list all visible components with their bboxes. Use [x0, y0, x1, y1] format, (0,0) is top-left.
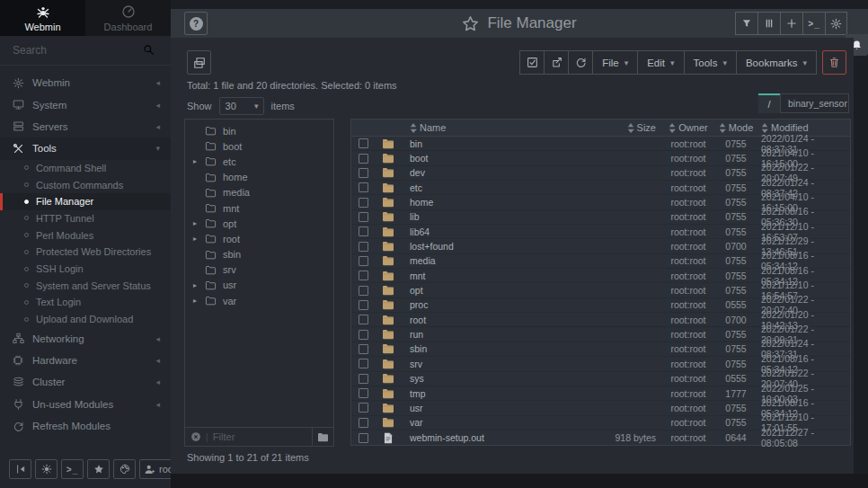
sidebar-item-webmin[interactable]: Webmin◂ [0, 72, 171, 93]
column-header-mode[interactable]: Mode [715, 122, 757, 133]
file-name[interactable]: mnt [402, 271, 562, 281]
theme-toggle-button[interactable] [35, 459, 58, 479]
row-checkbox[interactable] [359, 344, 368, 354]
trash-button[interactable] [822, 50, 846, 75]
row-checkbox[interactable] [359, 271, 368, 280]
row-checkbox[interactable] [359, 433, 368, 443]
sidebar-item-file-manager[interactable]: File Manager [0, 193, 171, 210]
help-button[interactable]: ? [184, 12, 208, 35]
sidebar-item-servers[interactable]: Servers◂ [0, 116, 171, 138]
column-header-size[interactable]: Size [562, 122, 661, 133]
tree-item-mnt[interactable]: mnt [185, 200, 333, 216]
menu-edit[interactable]: Edit▾ [637, 50, 683, 75]
sidebar-item-ssh-login[interactable]: SSH Login [0, 261, 171, 278]
tree-folder-button[interactable] [312, 428, 333, 446]
row-checkbox[interactable] [359, 242, 368, 252]
sidebar-item-perl-modules[interactable]: Perl Modules [0, 226, 171, 244]
sidebar-item-http-tunnel[interactable]: HTTP Tunnel [0, 210, 171, 227]
file-name[interactable]: media [402, 255, 562, 266]
file-name[interactable]: var [402, 417, 562, 428]
collapse-sidebar-button[interactable] [9, 459, 31, 479]
row-checkbox[interactable] [359, 330, 368, 340]
tree-item-boot[interactable]: boot [185, 138, 333, 154]
tree-item-srv[interactable]: srv [185, 262, 333, 278]
caret-right-icon[interactable]: ▸ [193, 157, 197, 165]
sidebar-item-system[interactable]: System◂ [0, 93, 171, 115]
add-tab-button[interactable] [780, 12, 802, 35]
file-name[interactable]: usr [402, 403, 562, 413]
menu-tools[interactable]: Tools▾ [684, 50, 736, 75]
table-row-webmin-setup.out[interactable]: webmin-setup.out918 bytesroot:root064420… [351, 430, 850, 445]
columns-button[interactable] [757, 12, 780, 35]
file-name[interactable]: lost+found [402, 241, 562, 252]
file-name[interactable]: dev [402, 167, 562, 178]
row-checkbox[interactable] [359, 138, 368, 148]
row-checkbox[interactable] [359, 212, 368, 222]
caret-right-icon[interactable]: ▸ [193, 235, 197, 243]
row-checkbox[interactable] [359, 300, 368, 310]
row-checkbox[interactable] [359, 168, 368, 178]
palette-button[interactable] [113, 459, 136, 479]
file-name[interactable]: sbin [402, 343, 562, 354]
column-header-owner[interactable]: Owner [661, 122, 715, 133]
caret-right-icon[interactable]: ▸ [193, 281, 197, 289]
duplicate-window-button[interactable] [187, 50, 211, 75]
row-checkbox[interactable] [359, 418, 368, 428]
filter-button[interactable] [735, 12, 757, 35]
refresh-button[interactable] [568, 50, 592, 75]
tree-item-var[interactable]: ▸var [185, 293, 333, 308]
row-checkbox[interactable] [359, 374, 368, 384]
favorite-star-icon[interactable] [462, 15, 479, 32]
row-checkbox[interactable] [359, 286, 368, 296]
row-checkbox[interactable] [359, 388, 368, 398]
tree-item-root[interactable]: ▸root [185, 231, 333, 246]
column-header-name[interactable]: Name [402, 122, 562, 133]
tree-item-usr[interactable]: ▸usr [185, 278, 333, 293]
clear-filter-icon[interactable] [190, 431, 201, 442]
row-checkbox[interactable] [359, 403, 368, 413]
sidebar-item-system-and-server-status[interactable]: System and Server Status [0, 277, 171, 294]
sidebar-item-upload-and-download[interactable]: Upload and Download [0, 311, 171, 328]
file-name[interactable]: etc [402, 182, 562, 193]
file-name[interactable]: sys [402, 373, 562, 384]
tree-filter-input[interactable]: Filter [213, 431, 312, 442]
tree-item-bin[interactable]: bin [185, 123, 333, 138]
file-name[interactable]: root [402, 315, 562, 325]
file-name[interactable]: opt [402, 285, 562, 296]
row-checkbox[interactable] [359, 198, 368, 208]
tree-item-etc[interactable]: ▸etc [185, 154, 333, 169]
row-checkbox[interactable] [359, 182, 368, 192]
tree-item-opt[interactable]: ▸opt [185, 216, 333, 231]
column-header-modified[interactable]: Modified [757, 122, 850, 133]
sidebar-search[interactable]: Search [0, 36, 171, 66]
shell-button[interactable]: >_ [802, 12, 825, 35]
tree-item-sbin[interactable]: sbin [185, 247, 333, 262]
tree-item-media[interactable]: media [185, 185, 333, 200]
file-name[interactable]: lib64 [402, 226, 562, 237]
row-checkbox[interactable] [359, 359, 368, 368]
path-search-input[interactable]: binary_sensor [780, 93, 849, 113]
row-checkbox[interactable] [359, 315, 368, 324]
file-name[interactable]: webmin-setup.out [402, 432, 562, 443]
page-size-select[interactable]: 30 ▾ [219, 97, 264, 115]
terminal-button[interactable]: >_ [61, 459, 84, 479]
sidebar-item-text-login[interactable]: Text Login [0, 294, 171, 311]
select-all-button[interactable] [519, 50, 544, 75]
file-name[interactable]: run [402, 329, 562, 340]
path-root-button[interactable]: / [758, 93, 780, 113]
menu-bookmarks[interactable]: Bookmarks▾ [736, 50, 817, 75]
row-checkbox[interactable] [359, 226, 368, 236]
file-name[interactable]: bin [402, 138, 562, 149]
tree-item-home[interactable]: home [185, 170, 333, 185]
sidebar-item-custom-commands[interactable]: Custom Commands [0, 176, 171, 193]
file-name[interactable]: tmp [402, 388, 562, 399]
export-button[interactable] [544, 50, 568, 75]
file-name[interactable]: boot [402, 153, 562, 164]
file-name[interactable]: srv [402, 359, 562, 369]
file-name[interactable]: proc [402, 299, 562, 310]
sidebar-item-hardware[interactable]: Hardware◂ [0, 350, 171, 371]
sidebar-item-protected-web-directories[interactable]: Protected Web Directories [0, 244, 171, 261]
sidebar-item-tools[interactable]: Tools▾ [0, 138, 171, 159]
menu-file[interactable]: File▾ [592, 50, 637, 75]
sidebar-item-un-used-modules[interactable]: Un-used Modules◂ [0, 394, 171, 415]
